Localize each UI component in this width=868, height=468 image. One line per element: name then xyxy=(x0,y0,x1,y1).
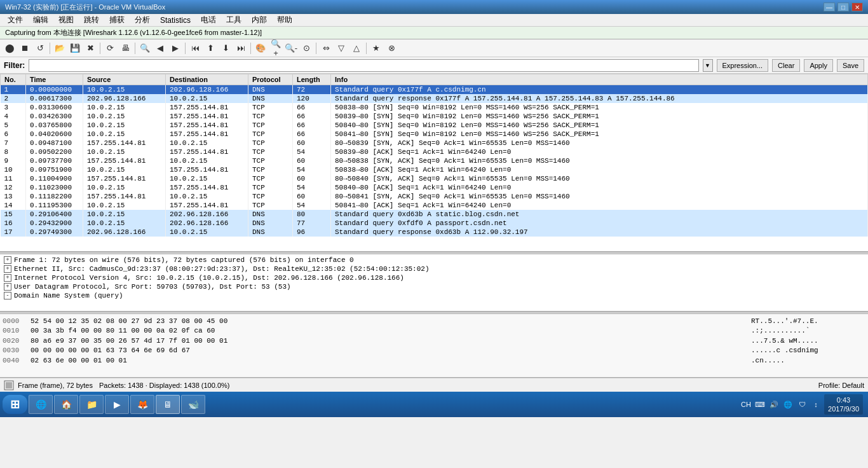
cell-time: 0.09487100 xyxy=(26,139,83,148)
menu-edit[interactable]: 编辑 xyxy=(28,13,53,27)
detail-row[interactable]: - Domain Name System (query) xyxy=(1,291,867,300)
toolbar-colorize[interactable]: 🎨 xyxy=(254,41,268,55)
menu-goto[interactable]: 跳转 xyxy=(79,13,104,27)
detail-expand-icon[interactable]: + xyxy=(4,265,11,273)
table-row[interactable]: 1 0.00000000 10.0.2.15 202.96.128.166 DN… xyxy=(1,85,868,95)
taskbar-item-firefox[interactable]: 🦊 xyxy=(130,395,154,414)
cell-src: 10.0.2.15 xyxy=(83,85,166,95)
toolbar-capture-filter[interactable]: △ xyxy=(349,41,363,55)
table-row[interactable]: 6 0.04020600 10.0.2.15 157.255.144.81 TC… xyxy=(1,130,868,139)
hex-bytes: 00 00 00 00 00 01 63 73 64 6e 69 6d 67 xyxy=(31,346,190,355)
toolbar-restart-capture[interactable]: ↺ xyxy=(33,41,47,55)
filter-dropdown-button[interactable]: ▼ xyxy=(703,59,713,72)
col-header-destination[interactable]: Destination xyxy=(166,74,248,85)
hex-bytes: 80 a6 e9 37 00 35 00 26 57 4d 17 7f 01 0… xyxy=(31,336,227,346)
hex-line: 0040 02 63 6e 00 00 01 00 01 xyxy=(3,356,738,366)
detail-expand-icon[interactable]: + xyxy=(4,274,11,282)
menu-file[interactable]: 文件 xyxy=(3,13,28,27)
toolbar-find[interactable]: 🔍 xyxy=(138,41,152,55)
menu-help[interactable]: 帮助 xyxy=(272,13,297,27)
detail-expand-icon[interactable]: + xyxy=(4,283,11,291)
table-row[interactable]: 17 0.29749300 202.96.128.166 10.0.2.15 D… xyxy=(1,228,868,237)
detail-text: Domain Name System (query) xyxy=(14,292,123,299)
col-header-no[interactable]: No. xyxy=(1,74,26,85)
systray-network: 🌐 xyxy=(782,399,794,410)
detail-row[interactable]: + User Datagram Protocol, Src Port: 5970… xyxy=(1,282,867,291)
filter-input[interactable] xyxy=(29,59,698,72)
table-row[interactable]: 15 0.29106400 10.0.2.15 202.96.128.166 D… xyxy=(1,210,868,219)
table-row[interactable]: 14 0.11195300 10.0.2.15 157.255.144.81 T… xyxy=(1,201,868,210)
toolbar-save[interactable]: 💾 xyxy=(68,41,82,55)
menu-capture[interactable]: 捕获 xyxy=(104,13,130,27)
col-header-source[interactable]: Source xyxy=(83,74,166,85)
detail-expand-icon[interactable]: - xyxy=(4,292,11,299)
table-row[interactable]: 8 0.09502200 10.0.2.15 157.255.144.81 TC… xyxy=(1,148,868,156)
cell-len: 54 xyxy=(293,201,331,210)
toolbar-stop-capture[interactable]: ⏹ xyxy=(18,41,32,55)
detail-expand-icon[interactable]: + xyxy=(4,256,11,264)
close-button[interactable]: ✕ xyxy=(851,3,863,11)
apply-button[interactable]: Apply xyxy=(804,59,833,72)
col-header-info[interactable]: Info xyxy=(331,74,868,85)
toolbar-zoom-out[interactable]: 🔍- xyxy=(284,41,298,55)
table-row[interactable]: 5 0.03765800 10.0.2.15 157.255.144.81 TC… xyxy=(1,121,868,130)
toolbar-goto-prev[interactable]: ⬆ xyxy=(203,41,217,55)
toolbar-ignore[interactable]: ⊗ xyxy=(384,41,398,55)
toolbar-resize-cols[interactable]: ⇔ xyxy=(319,41,333,55)
toolbar-prev[interactable]: ◀ xyxy=(153,41,167,55)
toolbar-open[interactable]: 📂 xyxy=(53,41,67,55)
cell-time: 0.03130600 xyxy=(26,103,83,112)
expression-button[interactable]: Expression... xyxy=(717,59,769,72)
taskbar-item-terminal[interactable]: 🖥 xyxy=(156,395,180,414)
toolbar-goto-first[interactable]: ⏮ xyxy=(188,41,202,55)
toolbar-display-filter[interactable]: ▽ xyxy=(334,41,348,55)
clear-button[interactable]: Clear xyxy=(772,59,800,72)
toolbar-reload[interactable]: ⟳ xyxy=(103,41,117,55)
toolbar-goto-next[interactable]: ⬇ xyxy=(219,41,233,55)
cell-info: 50838→80 [ACK] Seq=1 Ack=1 Win=64240 Len… xyxy=(331,165,868,174)
table-row[interactable]: 4 0.03426300 10.0.2.15 157.255.144.81 TC… xyxy=(1,112,868,121)
cell-info: 80→50839 [SYN, ACK] Seq=0 Ack=1 Win=6553… xyxy=(331,139,868,148)
detail-row[interactable]: + Internet Protocol Version 4, Src: 10.0… xyxy=(1,273,867,282)
table-row[interactable]: 13 0.11182200 157.255.144.81 10.0.2.15 T… xyxy=(1,192,868,201)
svg-rect-1 xyxy=(6,382,12,389)
maximize-button[interactable]: □ xyxy=(837,3,849,11)
toolbar-zoom-normal[interactable]: ⊙ xyxy=(299,41,313,55)
toolbar-mark[interactable]: ★ xyxy=(369,41,383,55)
taskbar-item-explorer[interactable]: 🏠 xyxy=(54,395,78,414)
toolbar-print[interactable]: 🖶 xyxy=(118,41,132,55)
taskbar-item-media[interactable]: ▶ xyxy=(105,395,129,414)
toolbar-goto-last[interactable]: ⏭ xyxy=(234,41,248,55)
system-clock[interactable]: 0:43 2017/9/30 xyxy=(824,394,863,415)
toolbar-close[interactable]: ✖ xyxy=(83,41,97,55)
table-row[interactable]: 9 0.09737700 157.255.144.81 10.0.2.15 TC… xyxy=(1,156,868,165)
table-row[interactable]: 12 0.11023000 10.0.2.15 157.255.144.81 T… xyxy=(1,183,868,192)
col-header-protocol[interactable]: Protocol xyxy=(248,74,293,85)
cell-time: 0.00000000 xyxy=(26,85,83,95)
table-row[interactable]: 10 0.09751900 10.0.2.15 157.255.144.81 T… xyxy=(1,165,868,174)
menu-statistics[interactable]: Statistics xyxy=(155,15,196,26)
toolbar-start-capture[interactable]: ⬤ xyxy=(3,41,17,55)
taskbar-item-folder[interactable]: 📁 xyxy=(79,395,104,414)
menu-telephony[interactable]: 电话 xyxy=(196,13,221,27)
menu-view[interactable]: 视图 xyxy=(53,13,79,27)
start-button[interactable]: ⊞ xyxy=(3,395,27,414)
menu-tools[interactable]: 工具 xyxy=(221,13,247,27)
col-header-length[interactable]: Length xyxy=(293,74,331,85)
table-row[interactable]: 11 0.11004900 157.255.144.81 10.0.2.15 T… xyxy=(1,174,868,183)
taskbar-item-wireshark[interactable]: 🐋 xyxy=(181,395,205,414)
table-row[interactable]: 2 0.00617300 202.96.128.166 10.0.2.15 DN… xyxy=(1,94,868,103)
toolbar-zoom-in[interactable]: 🔍+ xyxy=(269,41,283,55)
table-row[interactable]: 16 0.29432900 10.0.2.15 202.96.128.166 D… xyxy=(1,219,868,228)
menu-internals[interactable]: 内部 xyxy=(247,13,272,27)
table-row[interactable]: 7 0.09487100 157.255.144.81 10.0.2.15 TC… xyxy=(1,139,868,148)
toolbar-next[interactable]: ▶ xyxy=(168,41,182,55)
table-row[interactable]: 3 0.03130600 10.0.2.15 157.255.144.81 TC… xyxy=(1,103,868,112)
taskbar-item-ie[interactable]: 🌐 xyxy=(29,395,53,414)
minimize-button[interactable]: — xyxy=(824,3,835,11)
detail-row[interactable]: + Ethernet II, Src: CadmusCo_9d:23:37 (0… xyxy=(1,265,867,273)
save-button[interactable]: Save xyxy=(837,59,864,72)
detail-row[interactable]: + Frame 1: 72 bytes on wire (576 bits), … xyxy=(1,256,867,265)
menu-analyze[interactable]: 分析 xyxy=(130,13,155,27)
col-header-time[interactable]: Time xyxy=(26,74,83,85)
